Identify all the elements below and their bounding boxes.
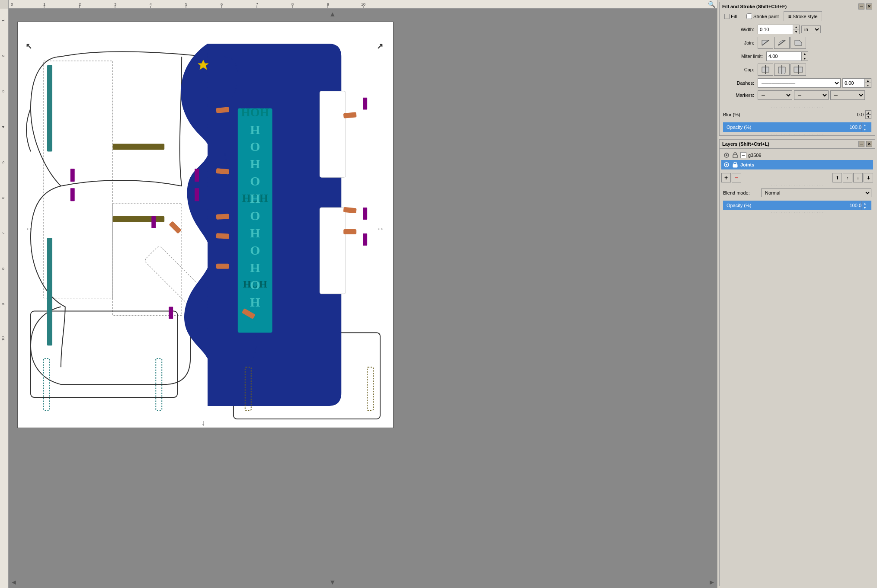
layer-to-bottom-button[interactable]: ⬇ <box>864 173 873 182</box>
join-round-button[interactable] <box>774 37 790 49</box>
tab-fill[interactable]: Fill <box>720 11 742 21</box>
layer-joints-eye[interactable] <box>723 161 730 168</box>
dashes-select[interactable]: ────────── - - - - - · · · · · <box>758 78 841 88</box>
layer-down-button[interactable]: ↓ <box>853 173 863 182</box>
scroll-top-arrow[interactable]: ▲ <box>327 9 338 20</box>
cap-square-button[interactable] <box>791 64 806 76</box>
cap-label: Cap: <box>723 67 758 72</box>
svg-text:7: 7 <box>1 232 5 234</box>
canvas-drawing[interactable]: ↖ ↗ ↔ ↔ <box>17 22 394 428</box>
opacity-up-button[interactable]: ▲ <box>862 123 868 127</box>
svg-marker-92 <box>795 40 802 45</box>
width-unit-select[interactable]: in px pt mm cm <box>801 26 821 33</box>
svg-text:10: 10 <box>1 336 5 341</box>
svg-rect-80 <box>216 214 230 220</box>
svg-text:HOH: HOH <box>241 106 269 119</box>
svg-text:9: 9 <box>327 2 329 6</box>
marker-end-select[interactable]: ─ <box>830 90 865 100</box>
layer-to-top-button[interactable]: ⬆ <box>832 173 842 182</box>
layer-item-g3509[interactable]: ─ g3509 <box>721 150 873 160</box>
cap-round-button[interactable] <box>774 64 790 76</box>
miter-up-button[interactable]: ▲ <box>802 52 808 56</box>
minimize-button[interactable]: ─ <box>858 3 864 10</box>
blend-mode-select[interactable]: Normal Multiply Screen Overlay Darken Li… <box>761 189 871 197</box>
stroke-paint-checkbox[interactable] <box>746 13 752 19</box>
scroll-right-arrow[interactable]: ► <box>707 577 717 588</box>
opacity-label: Opacity (%) <box>727 125 751 130</box>
miter-limit-row: Miter limit: ▲ ▼ <box>723 51 871 61</box>
cap-butt-button[interactable] <box>758 64 773 76</box>
layers-title-bar: Layers (Shift+Ctrl+L) ─ ✕ <box>720 140 875 149</box>
width-spin: ▲ ▼ <box>793 25 799 34</box>
svg-rect-76 <box>363 208 367 220</box>
layer-up-button[interactable]: ↑ <box>843 173 852 182</box>
dashes-offset-input[interactable] <box>843 80 864 86</box>
marker-mid-select[interactable]: ─ <box>794 90 829 100</box>
layers-toolbar: + − ⬆ ↑ ↓ ⬇ <box>720 171 875 184</box>
scroll-bottom-arrow[interactable]: ▼ <box>327 577 338 588</box>
svg-text:↗: ↗ <box>377 42 383 51</box>
blur-spin: ▲ ▼ <box>865 110 871 119</box>
remove-layer-button[interactable]: − <box>732 173 741 182</box>
miter-down-button[interactable]: ▼ <box>802 56 808 61</box>
blur-up-button[interactable]: ▲ <box>865 110 871 115</box>
layer-joints-lock[interactable] <box>732 161 739 168</box>
miter-limit-group: ▲ ▼ <box>766 51 808 61</box>
svg-rect-86 <box>343 229 356 234</box>
svg-text:8: 8 <box>291 2 294 6</box>
layer-g3509-collapse[interactable]: ─ <box>740 152 746 158</box>
svg-text:7: 7 <box>256 2 258 6</box>
svg-rect-67 <box>112 144 164 150</box>
width-up-button[interactable]: ▲ <box>793 25 799 29</box>
layers-opacity-row: Opacity (%) 100.0 ▲ ▼ <box>720 199 875 211</box>
fill-stroke-title: Fill and Stroke (Shift+Ctrl+F) <box>722 4 787 9</box>
layers-minimize-button[interactable]: ─ <box>858 141 864 147</box>
svg-text:4: 4 <box>150 2 152 6</box>
opacity-value: 100.0 <box>849 125 861 130</box>
ruler-corner <box>0 0 9 9</box>
miter-limit-input[interactable] <box>767 53 801 60</box>
stroke-tabs: Fill Stroke paint ≡ Stroke style <box>720 11 875 21</box>
svg-rect-23 <box>0 9 9 588</box>
svg-text:H: H <box>250 227 260 241</box>
scroll-left-arrow[interactable]: ◄ <box>9 577 19 588</box>
join-miter-button[interactable] <box>758 37 773 49</box>
layers-opacity-up-button[interactable]: ▲ <box>862 201 868 205</box>
blur-down-button[interactable]: ▼ <box>865 115 871 119</box>
join-row: Join: <box>723 37 871 49</box>
add-layer-button[interactable]: + <box>721 173 731 182</box>
layer-item-joints[interactable]: Joints <box>721 160 873 169</box>
layers-opacity-bar[interactable]: Opacity (%) 100.0 ▲ ▼ <box>723 201 871 210</box>
layers-close-button[interactable]: ✕ <box>866 141 872 147</box>
canvas-scroll[interactable]: ↖ ↗ ↔ ↔ <box>9 9 717 588</box>
tab-stroke-paint[interactable]: Stroke paint <box>742 11 784 21</box>
dashes-down-button[interactable]: ▼ <box>865 83 871 87</box>
blur-value-group: 0.0 ▲ ▼ <box>857 110 871 119</box>
opacity-spin: ▲ ▼ <box>861 123 868 131</box>
panel-separator-2 <box>720 133 875 135</box>
zoom-icon[interactable]: 🔍 <box>708 1 715 8</box>
svg-text:6: 6 <box>221 2 223 6</box>
width-input[interactable] <box>758 26 793 33</box>
opacity-down-button[interactable]: ▼ <box>862 127 868 131</box>
width-row: Width: ▲ ▼ in px pt mm cm <box>723 25 871 34</box>
svg-text:↖: ↖ <box>26 42 32 51</box>
layers-opacity-down-button[interactable]: ▼ <box>862 205 868 210</box>
layer-g3509-eye[interactable] <box>723 152 730 159</box>
dashes-up-button[interactable]: ▲ <box>865 79 871 83</box>
layers-opacity-value: 100.0 <box>849 203 861 208</box>
svg-text:↓: ↓ <box>202 419 205 427</box>
ruler-horizontal: 0 1 2 3 4 5 6 7 8 9 10 <box>9 0 717 9</box>
width-down-button[interactable]: ▼ <box>793 29 799 34</box>
layer-g3509-lock[interactable] <box>732 152 739 159</box>
tab-stroke-style[interactable]: ≡ Stroke style <box>784 11 822 21</box>
join-bevel-button[interactable] <box>791 37 806 49</box>
svg-text:O: O <box>250 175 260 189</box>
marker-start-select[interactable]: ─ <box>758 90 792 100</box>
svg-text:↔: ↔ <box>377 224 384 233</box>
close-button[interactable]: ✕ <box>866 3 872 10</box>
opacity-bar[interactable]: Opacity (%) 100.0 ▲ ▼ <box>723 122 871 132</box>
blend-mode-label: Blend mode: <box>723 190 758 195</box>
miter-limit-label: Miter limit: <box>723 54 766 59</box>
svg-text:9: 9 <box>1 303 5 305</box>
